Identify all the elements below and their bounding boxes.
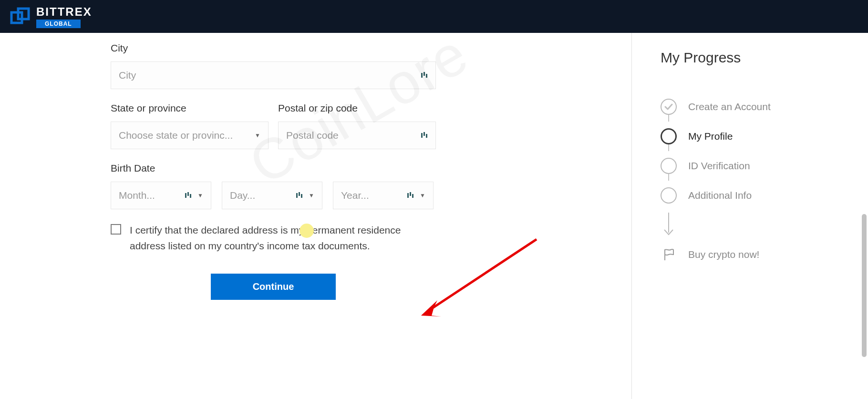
step-current-icon	[661, 128, 677, 144]
step-additional-info: Additional Info	[661, 181, 849, 210]
svg-rect-4	[426, 74, 427, 78]
svg-rect-2	[421, 73, 423, 78]
step-label: Buy crypto now!	[688, 249, 759, 260]
chevron-down-icon: ▼	[420, 192, 425, 199]
svg-marker-19	[421, 300, 437, 316]
city-placeholder: City	[119, 70, 417, 81]
step-arrow	[661, 210, 849, 240]
svg-rect-6	[424, 132, 425, 136]
step-label: My Profile	[688, 131, 733, 142]
step-create-account: Create an Account	[661, 92, 849, 122]
profile-form: CoinLore City City State or province Cho…	[0, 33, 631, 399]
step-buy-crypto: Buy crypto now!	[661, 240, 849, 269]
birth-month-select[interactable]: Month... ▼	[111, 182, 211, 209]
flag-icon	[661, 246, 677, 263]
svg-rect-16	[412, 194, 413, 198]
svg-rect-5	[421, 133, 423, 138]
svg-rect-1	[18, 9, 29, 19]
postal-label: Postal or zip code	[278, 102, 436, 114]
svg-rect-12	[299, 192, 300, 196]
svg-rect-9	[187, 192, 189, 196]
chevron-down-icon: ▼	[309, 192, 314, 199]
birth-day-select[interactable]: Day... ▼	[222, 182, 322, 209]
svg-rect-13	[301, 194, 302, 198]
brand-logo[interactable]: BITTREX GLOBAL	[10, 5, 92, 28]
step-my-profile: My Profile	[661, 122, 849, 151]
svg-rect-8	[185, 193, 186, 198]
state-label: State or province	[111, 102, 269, 114]
svg-rect-14	[407, 193, 409, 198]
day-placeholder: Day...	[230, 190, 292, 201]
certify-label: I certify that the declared address is m…	[130, 223, 435, 254]
chevron-down-icon: ▼	[255, 132, 260, 139]
password-manager-icon[interactable]	[407, 192, 414, 199]
password-manager-icon[interactable]	[421, 72, 428, 79]
scrollbar-thumb[interactable]	[862, 214, 867, 357]
password-manager-icon[interactable]	[185, 192, 192, 199]
field-birth-date: Birth Date Month... ▼ Day...	[111, 163, 593, 209]
step-label: ID Verification	[688, 160, 750, 172]
app-header: BITTREX GLOBAL	[0, 0, 868, 33]
svg-rect-0	[11, 12, 22, 23]
birth-year-select[interactable]: Year... ▼	[333, 182, 434, 209]
svg-rect-7	[426, 134, 427, 138]
svg-rect-15	[410, 192, 411, 196]
brand-subtitle: GLOBAL	[36, 20, 81, 28]
field-city: City City	[111, 42, 593, 89]
progress-steps: Create an Account My Profile ID Verifica…	[661, 92, 849, 269]
state-select[interactable]: Choose state or provinc... ▼	[111, 122, 269, 149]
brand-name: BITTREX	[36, 5, 92, 19]
page-content: CoinLore City City State or province Cho…	[0, 33, 868, 399]
postal-placeholder: Postal code	[286, 130, 417, 141]
step-label: Create an Account	[688, 101, 771, 113]
scrollbar[interactable]	[860, 33, 868, 399]
step-pending-icon	[661, 187, 677, 204]
field-postal: Postal or zip code Postal code	[278, 102, 436, 149]
password-manager-icon[interactable]	[296, 192, 303, 199]
year-placeholder: Year...	[341, 190, 403, 201]
progress-sidebar: My Progress Create an Account My Profile…	[632, 33, 868, 399]
city-input[interactable]: City	[111, 61, 436, 89]
brand-text-wrap: BITTREX GLOBAL	[36, 5, 92, 28]
city-label: City	[111, 42, 593, 54]
svg-rect-10	[190, 194, 191, 198]
svg-rect-11	[296, 193, 298, 198]
continue-button[interactable]: Continue	[211, 274, 336, 300]
certify-checkbox-row: I certify that the declared address is m…	[111, 223, 593, 254]
birth-date-row: Month... ▼ Day... ▼	[111, 182, 593, 209]
svg-rect-3	[424, 72, 425, 76]
arrow-down-icon	[661, 210, 677, 240]
month-placeholder: Month...	[119, 190, 181, 201]
password-manager-icon[interactable]	[421, 132, 428, 139]
step-pending-icon	[661, 158, 677, 174]
svg-marker-18	[421, 302, 441, 317]
birth-label: Birth Date	[111, 163, 593, 174]
state-postal-row: State or province Choose state or provin…	[111, 102, 436, 163]
bittrex-logo-icon	[10, 6, 31, 28]
postal-input[interactable]: Postal code	[278, 122, 436, 149]
progress-title: My Progress	[661, 50, 849, 66]
step-label: Additional Info	[688, 190, 752, 201]
field-state: State or province Choose state or provin…	[111, 102, 269, 149]
certify-checkbox[interactable]	[111, 224, 121, 235]
state-placeholder: Choose state or provinc...	[119, 130, 249, 141]
step-done-icon	[661, 99, 677, 115]
button-row: Continue	[111, 274, 436, 300]
chevron-down-icon: ▼	[197, 192, 203, 199]
step-id-verification: ID Verification	[661, 151, 849, 181]
